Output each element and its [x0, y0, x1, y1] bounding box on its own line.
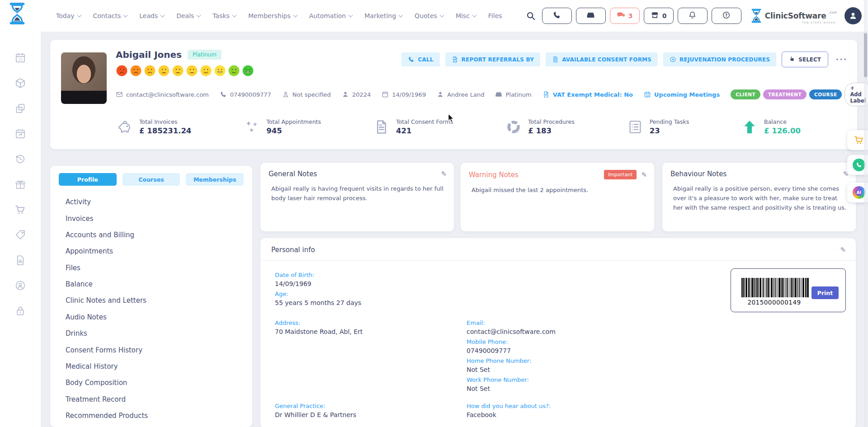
menu-item-recommended-products[interactable]: Recommended Products: [50, 408, 252, 424]
inbox-icon: [495, 91, 502, 98]
contact-item-07490009777[interactable]: 07490009777: [220, 91, 271, 98]
phone-button[interactable]: [542, 8, 572, 24]
chat-button[interactable]: 3: [610, 8, 640, 24]
nav-item-marketing[interactable]: Marketing: [364, 12, 402, 19]
more-actions-button[interactable]: •••: [834, 56, 849, 63]
contact-item-platinum[interactable]: Platinum: [495, 91, 531, 98]
field-label: Date of Birth:: [275, 271, 465, 279]
menu-item-appointments[interactable]: Appointments: [50, 243, 252, 259]
bell-button[interactable]: [678, 8, 708, 24]
barcode-bar: [769, 278, 770, 297]
mood-face-icon-5[interactable]: [172, 65, 184, 77]
mood-face-icon-7[interactable]: [200, 65, 212, 77]
available-consent-forms-button[interactable]: AVAILABLE CONSENT FORMS: [546, 52, 658, 66]
tab-memberships[interactable]: Memberships: [186, 173, 244, 186]
brand-tagline: TEN STEPS AHEAD: [802, 21, 836, 24]
mood-face-icon-3[interactable]: [144, 65, 156, 77]
tab-profile[interactable]: Profile: [59, 173, 117, 186]
search-icon[interactable]: [526, 11, 536, 21]
mood-face-icon-1[interactable]: [116, 65, 128, 77]
contact-item-not-specified[interactable]: Not specified: [282, 91, 331, 98]
mood-face-icon-10[interactable]: [242, 65, 254, 77]
profile-panel: ProfileCoursesMemberships ActivityInvoic…: [50, 166, 252, 427]
menu-item-files[interactable]: Files: [50, 260, 252, 276]
nav-item-quotes[interactable]: Quotes: [415, 12, 443, 19]
edit-pencil-icon[interactable]: ✎: [441, 170, 447, 178]
print-barcode-button[interactable]: Print: [811, 286, 839, 299]
barcode-bar: [787, 278, 788, 297]
field-work-phone-number: Work Phone Number:Not Set: [467, 375, 656, 393]
history-icon[interactable]: [14, 153, 26, 165]
menu-item-audio-notes[interactable]: Audio Notes: [50, 309, 252, 325]
menu-item-invoices[interactable]: Invoices: [50, 210, 252, 226]
package-icon[interactable]: [14, 77, 26, 89]
field-mobile-phone: Mobile Phone:07490009777: [467, 338, 656, 355]
field-how-did-you-hear-about-us: How did you hear about us?:Facebook: [467, 402, 656, 419]
clinicsoftware-logo-icon[interactable]: [7, 2, 27, 25]
select-button[interactable]: SELECT: [782, 52, 828, 67]
scrollbar-thumb[interactable]: [864, 33, 867, 77]
menu-item-body-composition[interactable]: Body Composition: [50, 375, 252, 391]
contact-item-20224[interactable]: 20224: [342, 91, 371, 98]
contact-item-upcoming-meetings[interactable]: 12Upcoming Meetings: [644, 91, 720, 98]
person-icon: [437, 91, 444, 98]
account-icon[interactable]: [14, 280, 26, 291]
lock-icon[interactable]: [14, 305, 26, 317]
contact-item-14-09-1969[interactable]: 14/09/1969: [382, 91, 426, 98]
tab-courses[interactable]: Courses: [123, 173, 180, 186]
report-icon[interactable]: [14, 254, 26, 266]
mood-face-icon-4[interactable]: [158, 65, 170, 77]
nav-item-today[interactable]: Today: [56, 12, 81, 19]
mood-face-icon-2[interactable]: [130, 65, 142, 77]
behaviour-notes-card: Behaviour Notes ✎ Abigail really is a po…: [662, 163, 856, 231]
client-photo[interactable]: [61, 52, 107, 104]
price-tag-icon[interactable]: [14, 229, 26, 241]
barcode-bar: [778, 278, 780, 297]
barcode-bar: [750, 278, 750, 297]
edit-pencil-icon[interactable]: ✎: [840, 246, 846, 254]
menu-item-accounts-and-billing[interactable]: Accounts and Billing: [50, 227, 252, 243]
page-scrollbar: [864, 0, 868, 427]
menu-item-activity[interactable]: Activity: [50, 194, 252, 210]
menu-item-medical-history[interactable]: Medical History: [50, 358, 252, 375]
menu-item-balance[interactable]: Balance: [50, 276, 252, 292]
rejuvenation-procedures-button[interactable]: REJUVENATION PROCEDURES: [663, 52, 776, 66]
nav-item-files[interactable]: Files: [488, 12, 502, 19]
nav-item-contacts[interactable]: Contacts: [93, 12, 127, 19]
label-pill-course[interactable]: COURSE: [809, 89, 842, 99]
menu-item-drinks[interactable]: Drinks: [50, 325, 252, 342]
store-button[interactable]: 0: [644, 8, 674, 24]
calendar-sync-icon[interactable]: [14, 128, 26, 140]
edit-pencil-icon[interactable]: ✎: [641, 171, 647, 179]
label-pill-client[interactable]: CLIENT: [731, 89, 760, 99]
call-button[interactable]: CALL: [401, 52, 439, 66]
calendar-date-icon[interactable]: 12: [14, 52, 26, 64]
nav-item-deals[interactable]: Deals: [176, 12, 200, 19]
nav-item-tasks[interactable]: Tasks: [212, 12, 236, 19]
contact-item-contact-clinicsoftware-com[interactable]: contact@clinicsoftware.com: [116, 91, 209, 98]
menu-item-clinic-notes-and-letters[interactable]: Clinic Notes and Letters: [50, 292, 252, 309]
nav-item-leads[interactable]: Leads: [139, 12, 164, 19]
barcode-bar: [757, 278, 759, 297]
piggy-bank-icon: [117, 119, 133, 135]
help-button[interactable]: ?: [712, 8, 741, 24]
menu-item-consent-forms-history[interactable]: Consent Forms History: [50, 342, 252, 358]
user-avatar[interactable]: [844, 7, 862, 24]
menu-item-treatment-record[interactable]: Treatment Record: [50, 391, 252, 408]
mood-face-icon-8[interactable]: [214, 65, 226, 77]
contact-item-vat-exempt-medical-no[interactable]: VAT Exempt Medical: No: [542, 91, 633, 98]
mood-face-icon-9[interactable]: [228, 65, 240, 77]
mood-face-icon-6[interactable]: [186, 65, 198, 77]
contact-item-andree-land[interactable]: Andree Land: [437, 91, 484, 98]
nav-item-memberships[interactable]: Memberships: [248, 12, 297, 19]
gift-icon[interactable]: [14, 178, 26, 190]
nav-item-misc[interactable]: Misc: [456, 12, 476, 19]
address-group: Address:70 Maidstone Road, Abl, Ert: [275, 319, 465, 338]
nav-item-automation[interactable]: Automation: [309, 12, 353, 19]
field-label: Email:: [467, 319, 656, 327]
cart-icon[interactable]: [14, 204, 26, 216]
label-pill-treatment[interactable]: TREATMENT: [763, 89, 807, 99]
inbox-button[interactable]: [576, 8, 606, 24]
copy-icon[interactable]: [14, 103, 26, 114]
report-referrals-by-button[interactable]: REPORT REFERRALS BY: [445, 52, 541, 66]
